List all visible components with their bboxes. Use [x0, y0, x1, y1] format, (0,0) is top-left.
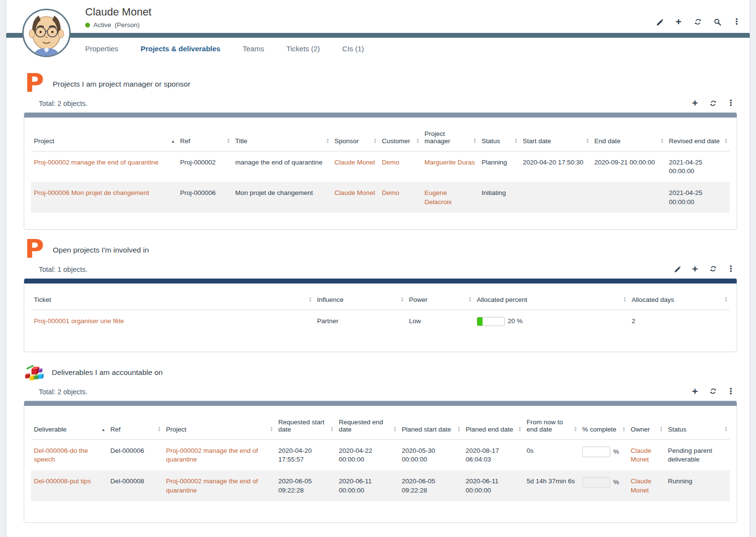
col-power[interactable]: Power▴▾: [406, 283, 474, 310]
edit-pencil-icon[interactable]: [673, 265, 681, 273]
refresh-icon[interactable]: [709, 99, 717, 107]
project-link[interactable]: Proj-000002 manage the end of quarantine: [166, 477, 258, 493]
col-project-manager[interactable]: Project manager▴▾: [422, 118, 479, 151]
col-planed-end[interactable]: Planed end date▴▾: [463, 406, 524, 440]
customer-link[interactable]: Demo: [382, 159, 399, 166]
sort-icon[interactable]: ▴▾: [623, 426, 625, 433]
kebab-menu-icon[interactable]: ⋮: [726, 265, 735, 273]
page-title: Claude Monet: [85, 6, 151, 18]
sort-icon[interactable]: ▴▾: [519, 426, 521, 433]
section-toolbar: + ⋮: [673, 265, 737, 273]
progress-label: 20 %: [508, 317, 523, 326]
project-manager-link[interactable]: Marguerite Duras: [424, 159, 475, 166]
col-deliverable[interactable]: Deliverable▴: [31, 406, 107, 440]
percent-unit: %: [613, 478, 619, 487]
sort-asc-icon[interactable]: ▴: [102, 427, 105, 433]
ticket-link[interactable]: Proj-000001 organiser une fête: [34, 317, 124, 325]
refresh-icon[interactable]: [709, 265, 717, 273]
col-sponsor[interactable]: Sponsor▴▾: [332, 118, 379, 151]
col-allocated-days[interactable]: Allocated days▴▾: [629, 283, 730, 310]
tab-tickets[interactable]: Tickets (2): [287, 45, 320, 53]
sort-icon[interactable]: ▴▾: [661, 138, 663, 145]
kebab-menu-icon[interactable]: ⋮: [732, 17, 741, 26]
customer-link[interactable]: Demo: [382, 189, 399, 196]
sort-icon[interactable]: ▴▾: [401, 297, 403, 303]
col-title[interactable]: Title▴▾: [232, 118, 332, 151]
col-ref[interactable]: Ref▴▾: [177, 118, 232, 151]
sort-icon[interactable]: ▴▾: [725, 297, 727, 303]
owner-link[interactable]: Claude Monet: [631, 447, 651, 463]
col-from-now[interactable]: From now to end date▴▾: [524, 406, 579, 440]
col-project[interactable]: Project▴▾: [163, 406, 275, 440]
col-ticket[interactable]: Ticket▴▾: [31, 283, 314, 310]
sort-icon[interactable]: ▴▾: [394, 426, 396, 433]
kebab-menu-icon[interactable]: ⋮: [726, 99, 735, 107]
refresh-icon[interactable]: [709, 387, 717, 396]
col-status[interactable]: Status▴▾: [665, 406, 730, 440]
sort-asc-icon[interactable]: ▴: [172, 138, 174, 145]
edit-pencil-icon[interactable]: [655, 17, 664, 26]
allocated-days-cell: 2: [629, 310, 730, 332]
col-status[interactable]: Status▴▾: [479, 118, 520, 151]
sort-icon[interactable]: ▴▾: [474, 138, 476, 145]
col-customer[interactable]: Customer▴▾: [379, 118, 422, 151]
power-cell: Low: [406, 310, 474, 332]
col-requested-start[interactable]: Requested start date▴▾: [275, 406, 336, 440]
search-icon[interactable]: [713, 17, 722, 26]
sort-icon[interactable]: ▴▾: [469, 297, 471, 303]
sort-icon[interactable]: ▴▾: [417, 138, 419, 145]
percent-complete-input[interactable]: [582, 447, 610, 457]
sort-icon[interactable]: ▴▾: [327, 138, 329, 145]
sort-icon[interactable]: ▴▾: [575, 426, 576, 433]
deliverable-link[interactable]: Del-000008-put tips: [34, 477, 91, 485]
project-link[interactable]: Proj-000006 Mon projet de changement: [34, 189, 149, 196]
sponsor-link[interactable]: Claude Monet: [334, 189, 375, 196]
add-plus-icon[interactable]: +: [691, 99, 699, 107]
col-percent-complete[interactable]: % complete▴▾: [579, 406, 628, 440]
percent-complete-input[interactable]: [582, 477, 610, 488]
from-now-cell: 0s: [524, 439, 579, 470]
tab-projects-deliverables[interactable]: Projects & deliverables: [140, 45, 220, 53]
project-link[interactable]: Proj-000002 manage the end of quarantine: [166, 447, 258, 463]
project-link[interactable]: Proj-000002 manage the end of quarantine: [34, 159, 158, 166]
col-requested-end[interactable]: Requested end date▴▾: [336, 406, 399, 440]
project-manager-link[interactable]: Eugene Delacroix: [424, 189, 452, 205]
tab-cis[interactable]: CIs (1): [342, 45, 364, 53]
col-planed-start[interactable]: Planed start date▴▾: [399, 406, 463, 440]
refresh-icon[interactable]: [694, 17, 702, 26]
requested-end-cell: 2020-06-11 00:00:00: [336, 470, 399, 501]
status-cell: Planning: [479, 151, 520, 182]
start-date-cell: [520, 182, 591, 212]
sort-icon[interactable]: ▴▾: [158, 426, 160, 433]
sort-icon[interactable]: ▴▾: [374, 138, 376, 145]
sponsor-link[interactable]: Claude Monet: [334, 159, 375, 166]
kebab-menu-icon[interactable]: ⋮: [726, 387, 735, 396]
col-influence[interactable]: Influence▴▾: [314, 283, 406, 310]
col-revised-end-date[interactable]: Revised end date▴▾: [666, 118, 730, 151]
sort-icon[interactable]: ▴▾: [458, 426, 460, 433]
sort-icon[interactable]: ▴▾: [725, 426, 727, 433]
sort-icon[interactable]: ▴▾: [227, 138, 229, 145]
col-ref[interactable]: Ref▴▾: [107, 406, 163, 440]
add-plus-icon[interactable]: +: [691, 265, 699, 273]
owner-link[interactable]: Claude Monet: [631, 477, 651, 493]
sort-icon[interactable]: ▴▾: [725, 138, 727, 145]
sort-icon[interactable]: ▴▾: [624, 297, 626, 303]
add-plus-icon[interactable]: +: [691, 387, 699, 396]
sort-icon[interactable]: ▴▾: [587, 138, 589, 145]
sort-icon[interactable]: ▴▾: [515, 138, 517, 145]
allocated-percent-cell: 20 %: [477, 317, 626, 326]
col-allocated-percent[interactable]: Allocated percent▴▾: [474, 283, 629, 310]
add-plus-icon[interactable]: +: [674, 17, 683, 26]
deliverable-link[interactable]: Del-000006-do the speech: [34, 447, 88, 463]
col-owner[interactable]: Owner▴▾: [628, 406, 665, 440]
col-end-date[interactable]: End date▴▾: [591, 118, 666, 151]
col-start-date[interactable]: Start date▴▾: [520, 118, 591, 151]
tab-properties[interactable]: Properties: [85, 45, 118, 53]
col-project[interactable]: Project▴: [31, 118, 177, 151]
sort-icon[interactable]: ▴▾: [331, 426, 333, 433]
sort-icon[interactable]: ▴▾: [309, 297, 311, 303]
sort-icon[interactable]: ▴▾: [271, 426, 272, 433]
sort-icon[interactable]: ▴▾: [660, 426, 662, 433]
tab-teams[interactable]: Teams: [242, 45, 264, 53]
